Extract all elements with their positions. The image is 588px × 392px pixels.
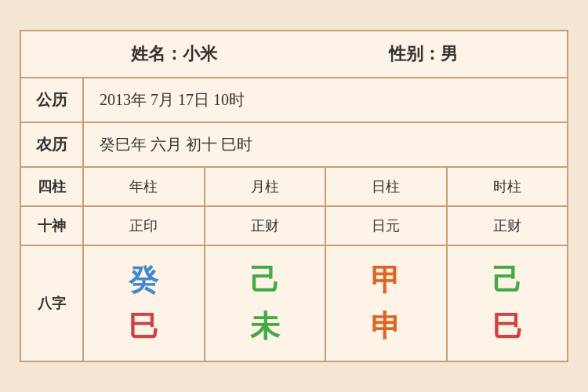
col2-header: 月柱 <box>205 168 327 205</box>
lunar-row: 农历 癸巳年 六月 初十 巳时 <box>21 123 567 168</box>
col1-header: 年柱 <box>84 168 205 205</box>
col3-header: 日柱 <box>326 168 448 205</box>
bazi-col3: 甲 申 <box>326 246 448 361</box>
lunar-label: 农历 <box>21 123 84 166</box>
shen3-value: 日元 <box>326 207 448 245</box>
bazi4-top: 己 <box>492 260 522 300</box>
lunar-value: 癸巳年 六月 初十 巳时 <box>84 123 567 166</box>
bazi-col4: 己 巳 <box>448 246 568 361</box>
bazi-col1: 癸 巳 <box>84 246 205 361</box>
main-container: 姓名：小米 性别：男 公历 2013年 7月 17日 10时 农历 癸巳年 六月… <box>20 30 568 362</box>
gregorian-label: 公历 <box>21 78 84 122</box>
shen2-value: 正财 <box>205 207 327 245</box>
shishen-label: 十神 <box>21 207 84 245</box>
bazi1-top: 癸 <box>129 260 158 300</box>
gregorian-row: 公历 2013年 7月 17日 10时 <box>21 78 567 123</box>
bazi4-bottom: 巳 <box>492 307 522 347</box>
header-row: 姓名：小米 性别：男 <box>21 31 567 78</box>
shen4-value: 正财 <box>448 207 568 245</box>
gregorian-value: 2013年 7月 17日 10时 <box>84 78 567 122</box>
sizhu-label: 四柱 <box>21 168 84 205</box>
name-label: 姓名：小米 <box>131 42 217 66</box>
bazi-label: 八字 <box>21 246 84 361</box>
bazi-col2: 己 未 <box>205 246 327 361</box>
bazi-row: 八字 癸 巳 己 未 甲 申 己 巳 <box>21 246 567 361</box>
bazi2-top: 己 <box>250 260 280 300</box>
bazi3-bottom: 申 <box>371 307 401 347</box>
shishen-row: 十神 正印 正财 日元 正财 <box>21 207 567 246</box>
gender-label: 性别：男 <box>389 42 458 66</box>
bazi1-bottom: 巳 <box>129 307 158 347</box>
column-headers-row: 四柱 年柱 月柱 日柱 时柱 <box>21 168 567 207</box>
col4-header: 时柱 <box>448 168 568 205</box>
bazi3-top: 甲 <box>371 260 401 300</box>
shen1-value: 正印 <box>84 207 205 245</box>
bazi2-bottom: 未 <box>250 307 280 347</box>
